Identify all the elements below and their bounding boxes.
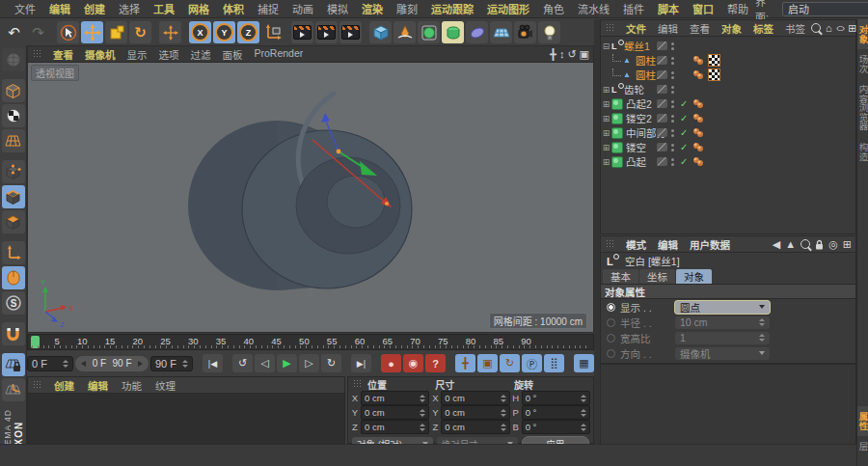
render-settings-button[interactable] [339, 21, 362, 43]
size-z-field[interactable]: 0 cm [441, 420, 509, 434]
object-label[interactable]: 镂空 [626, 140, 646, 154]
add-camera-button[interactable] [514, 21, 536, 43]
add-floor-button[interactable] [490, 21, 512, 43]
record-keyframe-button[interactable]: ● [381, 354, 401, 372]
timeline-ruler[interactable]: 051015202530354045505560657075808590 [27, 334, 594, 350]
texture-tag-icon[interactable] [708, 69, 720, 81]
menu-item[interactable]: 窗口 [686, 1, 720, 16]
panel-tab[interactable]: 构造 [857, 137, 868, 167]
go-end-button[interactable]: ▶| [351, 354, 371, 372]
pos-x-field[interactable]: 0 cm [361, 391, 429, 405]
autokey-button[interactable]: ◉ [403, 354, 423, 372]
enable-axis-button[interactable] [2, 241, 25, 264]
size-y-field[interactable]: 0 cm [441, 405, 509, 420]
spinner-icon[interactable] [497, 409, 506, 417]
spinner-icon[interactable] [755, 318, 765, 326]
viewport-menu-item[interactable]: 查看 [47, 47, 79, 62]
phong-tag-icon[interactable] [693, 99, 704, 108]
object-row[interactable]: ⊞ 凸起 ✓ [601, 154, 855, 169]
layer-swatch[interactable] [657, 70, 667, 79]
viewport-menu-item[interactable]: 选项 [153, 47, 185, 62]
object-label[interactable]: 齿轮 [624, 82, 644, 96]
texture-mode-button[interactable] [2, 104, 25, 127]
lock-icon[interactable] [815, 239, 824, 250]
menu-item[interactable]: 运动跟踪 [424, 1, 480, 16]
play-button[interactable]: ▶ [277, 354, 297, 372]
back-icon[interactable]: ◀ [773, 239, 780, 250]
enabled-check-icon[interactable]: ✓ [680, 156, 688, 167]
y-axis-lock-button[interactable]: Y [213, 21, 235, 43]
add-light-button[interactable] [538, 21, 560, 43]
object-manager-menu-item[interactable]: 文件 [620, 21, 652, 36]
end-frame-field[interactable]: 90 F [150, 356, 193, 371]
material-menu-item[interactable]: 编辑 [81, 378, 115, 393]
spinner-icon[interactable] [416, 409, 425, 417]
visibility-dots[interactable] [671, 57, 674, 65]
visibility-dots[interactable] [671, 158, 674, 166]
last-tool-button[interactable] [159, 21, 181, 43]
viewport-menu-item[interactable]: ProRender [249, 47, 310, 62]
attribute-tab[interactable]: 坐标 [639, 269, 675, 284]
expand-icon[interactable]: ⊞ [601, 85, 611, 95]
panel-grip-icon[interactable] [33, 380, 42, 390]
radius-field[interactable]: 10 cm [675, 316, 770, 329]
visibility-dots[interactable] [671, 144, 674, 151]
object-label[interactable]: 凸起 [626, 154, 646, 169]
object-row[interactable]: ⊟ L 螺丝1 [601, 39, 855, 53]
panel-tab[interactable]: 层 [857, 436, 868, 457]
panel-grip-icon[interactable] [353, 379, 363, 389]
layer-swatch[interactable] [657, 99, 667, 108]
key-pla-toggle[interactable]: ⣿ [544, 354, 564, 372]
phong-tag-icon[interactable] [693, 56, 704, 65]
panel-tab[interactable]: 对象 [857, 19, 868, 49]
redo-button[interactable]: ↷ [27, 21, 49, 43]
expand-icon[interactable]: ⊞ [601, 157, 611, 167]
up-icon[interactable]: ▲ [785, 239, 796, 250]
spinner-icon[interactable] [59, 360, 68, 368]
add-spline-button[interactable] [393, 21, 416, 43]
search-icon[interactable] [800, 239, 810, 249]
menu-item[interactable]: 选择 [112, 1, 147, 16]
viewport-menu-item[interactable]: 过滤 [185, 47, 217, 62]
spinner-icon[interactable] [577, 395, 586, 402]
key-position-toggle[interactable]: ╋ [455, 354, 475, 372]
phong-tag-icon[interactable] [693, 114, 704, 123]
menu-item[interactable]: 帮助 [720, 1, 755, 16]
material-menu-item[interactable]: 纹理 [149, 378, 182, 393]
search-icon[interactable] [811, 23, 821, 33]
snap-button[interactable]: S [2, 291, 25, 315]
phong-tag-icon[interactable] [693, 128, 704, 137]
layer-swatch[interactable] [657, 41, 667, 50]
polygons-mode-button[interactable] [2, 210, 25, 233]
enabled-check-icon[interactable]: ✓ [680, 113, 688, 123]
attribute-menu-item[interactable]: 模式 [620, 237, 652, 252]
eye-icon[interactable]: ○ [835, 23, 846, 34]
home-icon[interactable]: ⌂ [826, 23, 832, 34]
next-key-button[interactable]: ↻ [321, 354, 341, 372]
make-editable-button[interactable] [2, 48, 25, 71]
points-mode-button[interactable] [2, 160, 25, 183]
object-row[interactable]: ⊞ 凸起2 ✓ [601, 96, 855, 111]
enabled-check-icon[interactable]: ✓ [680, 127, 688, 138]
enabled-check-icon[interactable]: ✓ [680, 98, 688, 109]
next-frame-button[interactable]: ▷ [299, 354, 319, 372]
object-row[interactable]: ⊞ 镂空2 ✓ [601, 111, 855, 125]
menu-item[interactable]: 运动图形 [480, 1, 536, 16]
attribute-tab[interactable]: 基本 [603, 269, 638, 284]
param-radio[interactable] [607, 349, 615, 358]
spinner-icon[interactable] [497, 395, 506, 402]
menu-item[interactable]: 渲染 [355, 1, 390, 16]
spinner-icon[interactable] [416, 424, 425, 431]
move-tool-button[interactable] [81, 21, 103, 43]
visibility-dots[interactable] [671, 71, 674, 79]
layer-swatch[interactable] [657, 128, 667, 137]
subdivision-surface-button[interactable] [418, 21, 440, 43]
menu-item[interactable]: 角色 [536, 1, 571, 16]
material-menu-item[interactable]: 功能 [115, 378, 149, 393]
menu-item[interactable]: 模拟 [320, 1, 355, 16]
menu-item[interactable]: 创建 [77, 1, 112, 16]
spinner-icon[interactable] [577, 424, 586, 431]
material-list-area[interactable] [28, 394, 344, 444]
param-radio[interactable] [607, 303, 615, 312]
viewport-canvas[interactable]: Y X Z 透视视图 网格间距 : 10000 cm [28, 63, 593, 334]
